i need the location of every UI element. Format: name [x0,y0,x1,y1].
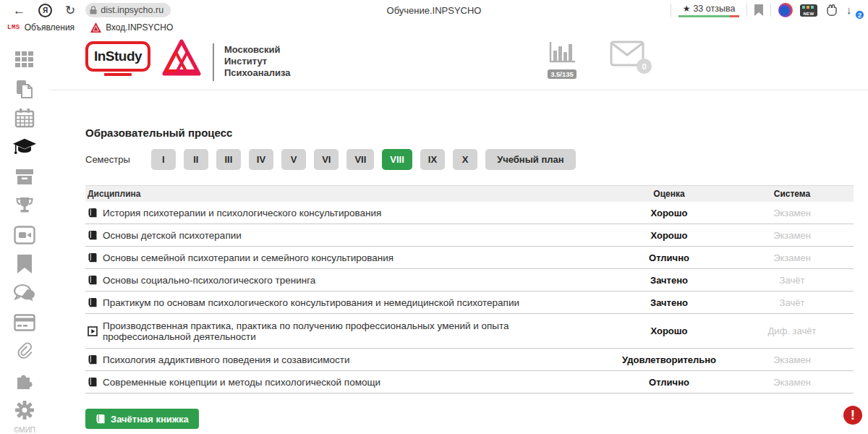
grade-cell: Отлично [608,377,731,388]
alert-exclamation-icon[interactable]: ! [843,406,862,425]
discipline-name: Современные концепции и методы психологи… [103,377,380,388]
graduation-cap-icon [12,137,37,157]
app-header: InStudy Московский Институт Психоанализа… [49,35,868,90]
credit-card-icon [14,314,35,331]
grade-cell: Хорошо [608,230,731,241]
sidebar-item-achievements[interactable] [12,194,37,217]
url-text: dist.inpsycho.ru [101,5,163,15]
bookmark-announcements[interactable]: LMS Объявления [7,22,75,33]
book-icon [88,252,98,263]
column-header-system: Система [731,189,854,199]
main-content: InStudy Московский Институт Психоанализа… [49,35,868,434]
video-camera-icon [14,226,35,244]
puzzle-icon [14,370,35,391]
grade-cell: Хорошо [608,326,731,336]
paperclip-icon [16,341,33,362]
refresh-button[interactable]: ↻ [65,4,75,17]
tab-semester-8-active[interactable]: VIII [382,149,412,170]
book-icon [88,275,98,285]
play-icon [88,326,98,336]
sidebar-item-apps[interactable] [12,48,37,71]
rating-stats-button[interactable]: 3.5/135 [543,41,581,80]
grade-cell: Зачтено [608,275,731,286]
system-cell: Зачёт [731,275,854,286]
extension-browser-icon[interactable] [778,3,793,17]
discipline-name: Практикум по основам психологического ко… [103,297,519,308]
tab-semester-2[interactable]: II [184,149,208,170]
gear-icon [14,400,35,420]
tab-semester-10[interactable]: X [453,149,477,170]
grade-cell: Зачтено [608,297,731,308]
tab-semester-9[interactable]: IX [420,149,445,170]
browser-profile-icon[interactable]: Я [38,4,52,17]
discipline-cell[interactable]: История психотерапии и психологического … [85,208,608,218]
system-cell: Зачёт [731,297,854,308]
sidebar-footer-copyright: ©МИП [14,426,35,434]
bookmark-icon [17,254,33,274]
divider [746,4,747,17]
grade-cell: Хорошо [608,208,731,218]
column-header-grade: Оценка [608,189,731,199]
discipline-cell[interactable]: Основы социально-психологического тренин… [85,275,608,286]
system-cell: Экзамен [731,252,854,263]
table-row: Основы детской психотерапии Хорошо Экзам… [85,224,854,247]
sidebar-item-documents[interactable] [12,77,37,100]
divider [213,43,214,81]
grade-cell: Удовлетворительно [608,354,731,365]
discipline-cell[interactable]: Психология аддиктивного поведения и соза… [85,354,608,365]
discipline-name: Основы социально-психологического тренин… [103,275,315,286]
discipline-cell[interactable]: Современные концепции и методы психологи… [85,377,608,388]
book-icon [88,230,98,240]
table-header-row: Дисциплина Оценка Система [85,185,854,202]
back-button[interactable]: ← [13,4,25,17]
tab-semester-1[interactable]: I [151,149,176,170]
tab-curriculum[interactable]: Учебный план [485,149,575,170]
tab-semester-7[interactable]: VII [346,149,374,170]
tab-semester-5[interactable]: V [281,149,306,170]
sidebar-item-archive[interactable] [12,165,37,188]
discipline-name: Производственная практика, практика по п… [103,320,596,342]
table-row: Практикум по основам психологического ко… [85,292,854,314]
sidebar-item-bookmarks[interactable] [12,252,37,276]
downloads-button[interactable]: ↓ 2 [846,3,861,17]
discipline-name: Основы семейной психотерапии и семейного… [103,252,393,263]
address-bar[interactable]: dist.inpsycho.ru [85,3,171,17]
extension-glove-icon[interactable] [825,4,839,17]
extension-new-icon[interactable]: NEW [800,4,817,17]
discipline-cell[interactable]: Производственная практика, практика по п… [85,320,608,342]
sidebar-item-education[interactable] [12,135,37,158]
sidebar-item-integrations[interactable] [12,369,37,392]
bookmark-label: Вход.INPSYCHO [106,22,173,33]
mip-triangle-favicon [90,22,101,33]
sidebar-item-settings[interactable] [12,399,37,422]
bookmark-flag-icon[interactable] [754,4,763,16]
discipline-cell[interactable]: Основы семейной психотерапии и семейного… [85,252,608,263]
sidebar-item-calendar[interactable] [12,106,37,129]
instudy-logo[interactable]: InStudy [85,41,150,75]
grade-cell: Отлично [608,252,731,263]
sidebar-item-messages[interactable] [12,281,37,305]
table-row: Современные концепции и методы психологи… [85,371,854,393]
bookmark-login-inpsycho[interactable]: Вход.INPSYCHO [90,22,173,33]
sidebar-item-video[interactable] [12,223,37,246]
column-header-discipline: Дисциплина [85,189,608,199]
tab-semester-6[interactable]: VI [314,149,339,170]
table-row: Производственная практика, практика по п… [85,314,854,349]
trophy-icon [14,195,35,216]
tab-semester-4[interactable]: IV [249,149,273,170]
gradebook-button[interactable]: Зачётная книжка [85,409,199,429]
discipline-cell[interactable]: Основы детской психотерапии [85,230,608,241]
site-reviews-button[interactable]: ★ 33 отзыва [678,4,739,17]
system-cell: Экзамен [731,354,854,365]
mail-button[interactable]: 0 [610,41,644,69]
sidebar-item-attachments[interactable] [12,340,37,363]
discipline-cell[interactable]: Практикум по основам психологического ко… [85,297,608,308]
system-cell: Экзамен [731,208,854,218]
downloads-count-badge: 2 [855,10,864,20]
tab-semester-3[interactable]: III [216,149,241,170]
divider [671,4,671,17]
system-cell: Диф. зачёт [731,326,854,336]
sidebar-item-payments[interactable] [12,311,37,334]
chat-bubbles-icon [13,284,36,302]
alert-glyph: ! [851,407,855,423]
